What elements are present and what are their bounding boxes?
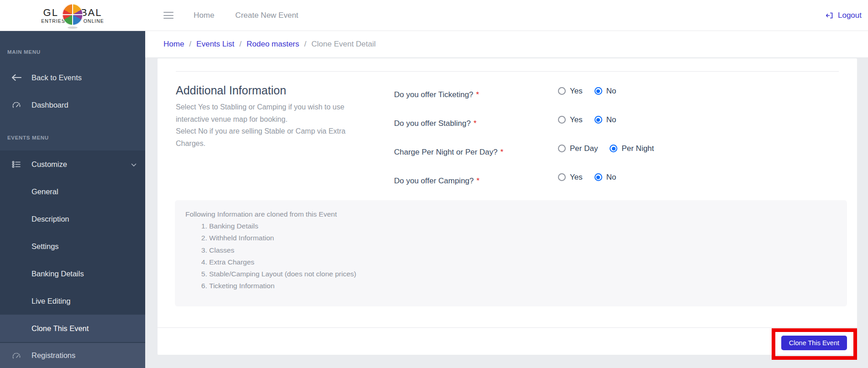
radio-group-charge-period: Per DayPer Night <box>558 134 654 163</box>
sidebar-item-label: Registrations <box>32 351 75 360</box>
arrow-left-icon <box>11 74 22 81</box>
cloned-info-box: Following Information are cloned from th… <box>175 200 847 306</box>
required-marker: * <box>476 90 479 99</box>
radio-unselected-icon[interactable] <box>558 145 566 152</box>
question-label: Do you offer Camping? <box>394 176 474 186</box>
app-logo[interactable]: GL BAL ENTRIES ONLINE <box>0 0 145 31</box>
breadcrumb-separator: / <box>189 40 191 49</box>
logo-text-bal: BAL <box>80 8 102 18</box>
radio-selected-icon[interactable] <box>610 145 617 152</box>
sidebar-item-label: Banking Details <box>32 270 84 278</box>
sidebar-item-registrations[interactable]: Registrations <box>0 343 145 368</box>
required-marker: * <box>473 119 477 128</box>
breadcrumb: Home / Events List / Rodeo masters / Clo… <box>145 31 868 58</box>
radio-option-label: Yes <box>570 173 583 182</box>
question-label: Charge Per Night or Per Day? <box>394 148 498 157</box>
cloned-info-item: Classes <box>209 244 847 256</box>
page-background: Additional Information Select Yes to Sta… <box>145 58 868 368</box>
cloned-info-item: Extra Charges <box>209 256 847 268</box>
top-navbar: GL BAL ENTRIES ONLINE Home Create New Ev… <box>0 0 868 31</box>
list-icon <box>11 161 22 168</box>
radio-selected-icon[interactable] <box>594 173 602 181</box>
sidebar-item-label: Live Editing <box>32 297 70 306</box>
required-marker: * <box>500 148 504 157</box>
cloned-info-item: Banking Details <box>209 220 847 232</box>
globe-icon <box>62 4 83 26</box>
sidebar: MAIN MENU Back to Events Dashboard EVENT… <box>0 31 145 368</box>
sidebar-item-customize[interactable]: Customize <box>0 150 145 178</box>
radio-group-ticketing: YesNo <box>558 77 654 105</box>
question-stabling: Do you offer Stabling?* <box>394 109 503 138</box>
radio-option-label: Per Day <box>570 144 598 153</box>
sidebar-item-label: Description <box>32 215 69 223</box>
radio-option-no[interactable]: No <box>594 87 616 96</box>
logo-text-entries: ENTRIES <box>41 19 65 24</box>
section-description: Select Yes to Stabling or Camping if you… <box>176 101 368 150</box>
required-marker: * <box>477 176 480 186</box>
radio-option-label: No <box>606 115 616 124</box>
sidebar-item-description[interactable]: Description <box>0 205 145 233</box>
section-divider <box>176 71 839 72</box>
cloned-info-item: Withheld Information <box>209 232 847 244</box>
radio-option-yes[interactable]: Yes <box>558 87 583 96</box>
question-ticketing: Do you offer Ticketing?* <box>394 80 503 109</box>
cloned-info-item: Ticketing Information <box>209 280 847 292</box>
footer-divider <box>158 327 857 328</box>
sidebar-item-live-editing[interactable]: Live Editing <box>0 287 145 315</box>
clone-event-card: Additional Information Select Yes to Sta… <box>158 58 857 355</box>
question-label: Do you offer Ticketing? <box>394 90 473 99</box>
question-charge-period: Charge Per Night or Per Day?* <box>394 138 503 166</box>
nav-link-create-new-event[interactable]: Create New Event <box>235 11 298 20</box>
logout-icon <box>825 11 834 20</box>
sidebar-item-clone-this-event[interactable]: Clone This Event <box>0 315 145 342</box>
radio-option-label: Yes <box>570 87 583 96</box>
sidebar-item-label: Customize <box>32 160 67 169</box>
radio-option-yes[interactable]: Yes <box>558 173 583 182</box>
sidebar-item-back-to-events[interactable]: Back to Events <box>0 67 145 88</box>
radio-option-yes[interactable]: Yes <box>558 115 583 124</box>
events-menu-label: EVENTS MENU <box>7 135 49 140</box>
main-menu-label: MAIN MENU <box>7 49 41 55</box>
section-intro: Additional Information Select Yes to Sta… <box>176 77 368 150</box>
radio-unselected-icon[interactable] <box>558 87 566 95</box>
radio-selected-icon[interactable] <box>594 116 602 124</box>
logo-text-gl: GL <box>43 8 58 18</box>
logo-text-online: ONLINE <box>84 19 104 24</box>
radio-unselected-icon[interactable] <box>558 173 566 181</box>
radio-groups: YesNo YesNo Per DayPer Night YesNo <box>558 77 654 192</box>
logout-label: Logout <box>838 11 862 20</box>
radio-group-camping: YesNo <box>558 163 654 192</box>
radio-option-no[interactable]: No <box>594 173 616 182</box>
sidebar-item-label: Back to Events <box>32 73 82 82</box>
section-title: Additional Information <box>176 84 368 97</box>
sidebar-item-banking-details[interactable]: Banking Details <box>0 260 145 287</box>
cloned-info-title: Following Information are cloned from th… <box>185 208 847 220</box>
radio-option-label: Yes <box>570 115 583 124</box>
navbar-links: Home Create New Event <box>194 0 298 31</box>
radio-unselected-icon[interactable] <box>558 116 566 124</box>
gauge-icon <box>11 101 22 109</box>
hamburger-menu-icon[interactable] <box>163 12 174 19</box>
clone-this-event-button[interactable]: Clone This Event <box>781 336 847 350</box>
radio-option-no[interactable]: No <box>594 115 616 124</box>
radio-selected-icon[interactable] <box>594 87 602 95</box>
description-line: Select Yes to Stabling or Camping if you… <box>176 101 368 125</box>
radio-option-label: No <box>606 173 616 182</box>
breadcrumb-link-rodeo-masters[interactable]: Rodeo masters <box>247 40 299 49</box>
breadcrumb-link-home[interactable]: Home <box>163 40 184 49</box>
breadcrumb-link-events-list[interactable]: Events List <box>196 40 234 49</box>
breadcrumb-current: Clone Event Detail <box>311 40 376 49</box>
radio-option-label: Per Night <box>621 144 654 153</box>
sidebar-item-label: Clone This Event <box>32 324 89 333</box>
logout-button[interactable]: Logout <box>825 0 862 31</box>
radio-option-per-night[interactable]: Per Night <box>610 144 654 153</box>
sidebar-item-settings[interactable]: Settings <box>0 233 145 260</box>
sidebar-item-general[interactable]: General <box>0 178 145 205</box>
question-label: Do you offer Stabling? <box>394 119 471 128</box>
gauge-icon <box>11 352 22 359</box>
sidebar-item-dashboard[interactable]: Dashboard <box>0 95 145 115</box>
radio-option-per-day[interactable]: Per Day <box>558 144 598 153</box>
question-labels: Do you offer Ticketing?* Do you offer St… <box>394 80 503 195</box>
radio-option-label: No <box>606 87 616 96</box>
nav-link-home[interactable]: Home <box>194 11 214 20</box>
